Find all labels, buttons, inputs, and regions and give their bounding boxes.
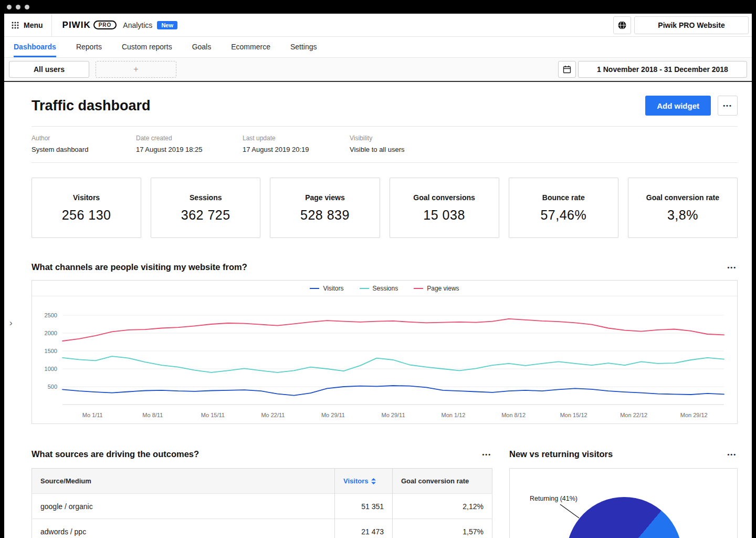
legend-item-page-views[interactable]: Page views <box>414 285 459 292</box>
stat-value: 256 130 <box>62 208 111 223</box>
svg-text:Mo 8/11: Mo 8/11 <box>142 412 163 418</box>
calendar-button[interactable] <box>558 61 576 78</box>
stat-label: Bounce rate <box>542 193 585 202</box>
tab-reports[interactable]: Reports <box>76 37 102 57</box>
stat-card-goal-conversions: Goal conversions 15 038 <box>390 178 499 238</box>
product-name: Analytics <box>123 21 152 29</box>
newvs-widget-title: New vs returning visitors <box>509 449 613 459</box>
divider <box>32 162 738 163</box>
sources-widget-title: What sources are driving the outcomes? <box>32 449 199 459</box>
globe-icon <box>617 20 627 30</box>
legend-label: Page views <box>427 285 459 292</box>
stat-value: 15 038 <box>423 208 465 223</box>
channels-widget: What channels are people visiting my web… <box>32 260 738 424</box>
topbar-right: Piwik PRO Website <box>613 16 752 34</box>
svg-text:Mo 22/11: Mo 22/11 <box>261 412 285 418</box>
legend-label: Sessions <box>373 285 398 292</box>
dashboard-more-button[interactable]: ••• <box>718 96 738 116</box>
app-grid-icon <box>12 22 19 29</box>
meta-value: 17 August 2019 18:25 <box>136 146 243 153</box>
menu-label: Menu <box>24 21 43 29</box>
segments-toolbar: All users + 1 November 2018 - 31 Decembe… <box>4 58 752 82</box>
svg-text:Mon 15/12: Mon 15/12 <box>560 412 587 418</box>
new-vs-returning-widget: New vs returning visitors ••• Returning … <box>509 447 738 538</box>
brand-name: PIWIK <box>62 20 91 30</box>
stat-card-goal-conversion-rate: Goal conversion rate 3,8% <box>628 178 738 238</box>
dashboard-meta: Author System dashboard Date created 17 … <box>32 127 738 162</box>
website-globe-button[interactable] <box>613 16 631 34</box>
window-maximize-button[interactable] <box>25 5 29 9</box>
channels-widget-header: What channels are people visiting my web… <box>32 260 738 274</box>
channels-more-button[interactable]: ••• <box>726 260 738 274</box>
more-options-icon: ••• <box>723 103 732 109</box>
tab-settings[interactable]: Settings <box>290 37 317 57</box>
calendar-icon <box>563 65 571 74</box>
svg-text:2000: 2000 <box>45 330 57 336</box>
tab-dashboards[interactable]: Dashboards <box>14 37 56 57</box>
source-cell: adwords / ppc <box>32 519 335 538</box>
table-row[interactable]: adwords / ppc 21 473 1,57% <box>32 519 492 538</box>
rate-cell: 1,57% <box>393 519 492 538</box>
meta-label: Date created <box>136 134 243 142</box>
svg-text:Mon 8/12: Mon 8/12 <box>501 412 526 418</box>
top-bar: Menu PIWIK PRO Analytics New Piwik PRO W… <box>4 14 752 37</box>
svg-text:2500: 2500 <box>45 312 57 318</box>
svg-text:Mon 29/12: Mon 29/12 <box>680 412 708 418</box>
svg-text:Mo 1/11: Mo 1/11 <box>82 412 103 418</box>
newvs-more-button[interactable]: ••• <box>726 447 738 461</box>
legend-label: Visitors <box>323 285 343 292</box>
meta-value: Visible to all users <box>350 146 738 153</box>
stat-card-bounce-rate: Bounce rate 57,46% <box>509 178 618 238</box>
pie-returning-callout: Returning (41%) <box>530 495 578 502</box>
meta-date-created: Date created 17 August 2019 18:25 <box>136 134 243 153</box>
tab-custom-reports[interactable]: Custom reports <box>122 37 172 57</box>
pie-callout-leader-line <box>559 503 581 520</box>
window-close-button[interactable] <box>7 5 12 9</box>
meta-label: Visibility <box>350 134 738 142</box>
brand-logo: PIWIK PRO Analytics New <box>62 20 177 30</box>
brand-pro-badge: PRO <box>93 20 117 29</box>
new-vs-returning-pie-chart <box>566 497 682 538</box>
meta-visibility: Visibility Visible to all users <box>350 134 738 153</box>
stat-card-visitors: Visitors 256 130 <box>32 178 141 238</box>
sidebar-expand-chevron-icon[interactable]: › <box>9 318 13 327</box>
legend-item-sessions[interactable]: Sessions <box>360 285 398 292</box>
svg-text:1000: 1000 <box>45 366 57 372</box>
chart-legend: Visitors Sessions Page views <box>32 281 737 296</box>
more-options-icon: ••• <box>727 264 737 271</box>
tab-goals[interactable]: Goals <box>192 37 212 57</box>
app-window: Menu PIWIK PRO Analytics New Piwik PRO W… <box>4 14 752 538</box>
window-titlebar <box>0 0 756 14</box>
meta-author: Author System dashboard <box>32 134 136 153</box>
date-range-selector[interactable]: 1 November 2018 - 31 December 2018 <box>578 61 747 78</box>
stat-value: 528 839 <box>300 208 350 223</box>
visitors-line-swatch <box>310 288 319 289</box>
sources-table: Source/Medium Visitors <box>32 468 492 538</box>
svg-text:Mon 1/12: Mon 1/12 <box>442 412 466 418</box>
tab-ecommerce[interactable]: Ecommerce <box>231 37 270 57</box>
legend-item-visitors[interactable]: Visitors <box>310 285 343 292</box>
add-widget-button[interactable]: Add widget <box>645 96 711 116</box>
sources-more-button[interactable]: ••• <box>481 447 492 461</box>
meta-value: System dashboard <box>32 146 136 153</box>
stat-label: Visitors <box>73 193 100 202</box>
column-visitors-sortable[interactable]: Visitors <box>335 469 393 494</box>
more-options-icon: ••• <box>482 451 491 458</box>
stat-label: Goal conversions <box>413 193 475 202</box>
table-row[interactable]: google / organic 51 351 2,12% <box>32 494 492 519</box>
menu-button[interactable]: Menu <box>4 14 52 36</box>
content-area: › Traffic dashboard Add widget ••• Autho… <box>4 82 752 538</box>
svg-text:500: 500 <box>48 384 57 390</box>
page-title: Traffic dashboard <box>32 98 151 114</box>
stat-value: 57,46% <box>540 208 586 223</box>
add-segment-button[interactable]: + <box>96 61 176 78</box>
visitors-cell: 51 351 <box>335 494 393 519</box>
svg-text:1500: 1500 <box>45 348 57 354</box>
meta-value: 17 August 2019 20:19 <box>243 146 350 153</box>
window-minimize-button[interactable] <box>16 5 20 9</box>
dashboard-title-row: Traffic dashboard Add widget ••• <box>32 96 738 116</box>
stat-card-page-views: Page views 528 839 <box>270 178 380 238</box>
segment-all-users-button[interactable]: All users <box>9 61 89 78</box>
svg-text:Mo 15/11: Mo 15/11 <box>201 412 225 418</box>
website-selector[interactable]: Piwik PRO Website <box>634 16 749 34</box>
